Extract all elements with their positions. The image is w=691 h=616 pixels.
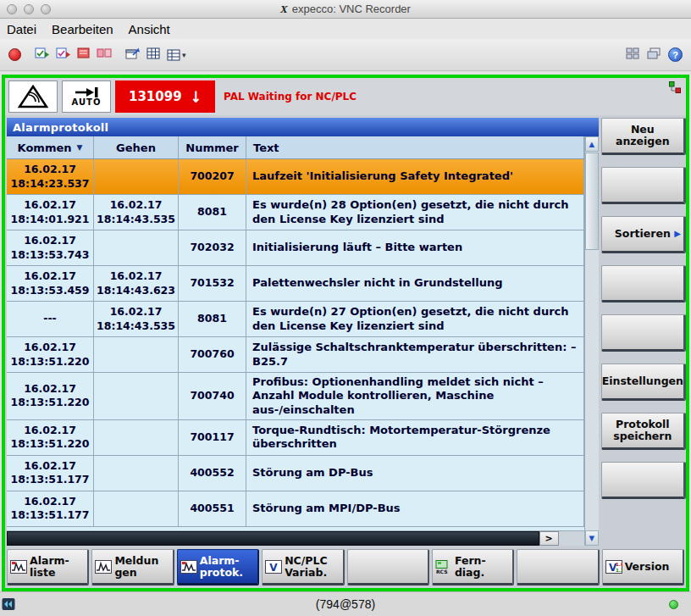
record-button[interactable] — [8, 48, 21, 61]
table-menu-icon[interactable]: ▾ — [167, 48, 186, 62]
cell-gehen — [94, 337, 179, 372]
softkey-right-6-einstellungen[interactable]: Einstellungen — [601, 363, 686, 401]
column-header-text[interactable]: Text — [246, 136, 584, 158]
menu-datei[interactable]: Datei — [7, 22, 36, 36]
hmi-header: AUTO 131099 ↓ PAL Waiting for NC/PLC — [5, 78, 686, 115]
cell-kommen: 16.02.1718:13:53.459 — [7, 266, 94, 301]
table-row[interactable]: 16.02.1718:13:53.45916.02.1718:14:43.623… — [7, 266, 584, 302]
table-row[interactable]: 16.02.1718:13:51.220700740Profibus: Opti… — [7, 373, 584, 420]
tab-meldun-gen[interactable]: Meldun gen — [91, 549, 174, 585]
version-icon: V1.01.2 — [605, 560, 622, 574]
record-step-icon[interactable] — [56, 47, 71, 64]
window-titlebar[interactable]: X expecco: VNC Recorder — [0, 0, 691, 19]
vertical-scrollbar[interactable]: ▲ ▼ — [584, 136, 599, 546]
cascade-windows-icon[interactable] — [647, 47, 661, 63]
cell-nummer: 700740 — [179, 373, 246, 419]
cell-text: Störung am MPI/DP-Bus — [246, 491, 584, 526]
cell-kommen: 16.02.1718:14:01.921 — [7, 195, 94, 230]
cell-nummer: 8081 — [179, 195, 246, 230]
softkey-right-8-blank[interactable] — [601, 462, 686, 499]
table-icon[interactable] — [146, 47, 161, 64]
cell-gehen — [94, 230, 179, 265]
scroll-up-icon[interactable]: ▲ — [585, 136, 599, 152]
cell-kommen: 16.02.1718:13:51.177 — [7, 456, 94, 491]
tab-alarm-liste[interactable]: Alarm- liste — [7, 549, 89, 585]
menu-bearbeiten[interactable]: Bearbeiten — [52, 22, 113, 36]
pointer-coordinates: (794@578) — [316, 597, 375, 611]
active-alarm-number[interactable]: 131099 ↓ — [115, 80, 215, 113]
softkey-right-3-sortieren[interactable]: Sortieren▶ — [601, 216, 686, 253]
statusbar: (794@578) — [0, 591, 691, 616]
horizontal-scrollbar-track[interactable] — [559, 531, 584, 546]
cell-nummer: 400552 — [179, 456, 246, 491]
window-title: X expecco: VNC Recorder — [0, 3, 691, 16]
cell-nummer: 702032 — [179, 230, 246, 265]
detach-window-icon[interactable] — [125, 47, 141, 64]
table-row[interactable]: ---16.02.1718:14:43.5358081Es wurde(n) 2… — [7, 302, 584, 337]
column-header-gehen[interactable]: Gehen — [94, 136, 179, 158]
table-row[interactable]: 16.02.1718:13:51.220700117Torque-Rundtis… — [7, 420, 584, 456]
table-row[interactable]: 16.02.1718:13:51.220700760Zulässige Scha… — [7, 337, 584, 373]
tab-version[interactable]: V1.01.2Version — [602, 549, 684, 585]
table-row[interactable]: 16.02.1718:13:53.743702032Initialisierun… — [7, 230, 584, 266]
menu-ansicht[interactable]: Ansicht — [129, 22, 170, 36]
alarm-list-icon — [10, 560, 27, 574]
cell-kommen: 16.02.1718:14:23.537 — [7, 159, 94, 194]
softkey-right-5-blank[interactable] — [601, 314, 686, 352]
hmi-screen: AUTO 131099 ↓ PAL Waiting for NC/PLC Ala… — [5, 78, 686, 588]
softkeys-right: Neu anzeigenSortieren▶EinstellungenProto… — [601, 118, 686, 546]
horizontal-scrollbar-thumb[interactable] — [7, 531, 539, 546]
record-marker-icon[interactable] — [77, 47, 91, 64]
tab-blank-7[interactable] — [517, 549, 599, 585]
tab-label: Version — [625, 561, 670, 573]
table-row[interactable]: 16.02.1718:13:51.177400551Störung am MPI… — [7, 491, 584, 527]
vnc-viewport: AUTO 131099 ↓ PAL Waiting for NC/PLC Ala… — [2, 75, 689, 591]
tab-blank-5[interactable] — [347, 549, 429, 585]
tab-label: Alarm- protok. — [200, 555, 243, 578]
column-header-nummer[interactable]: Nummer — [179, 136, 246, 158]
alarm-down-arrow-icon: ↓ — [191, 87, 202, 106]
cell-nummer: 700207 — [179, 159, 246, 194]
alarm-triangle-icon — [18, 84, 48, 109]
hmi-main: Alarmprotokoll Kommen ▼ Gehen Nummer Tex… — [5, 118, 686, 546]
tab-fern-diag[interactable]: RCSFern- diag. — [432, 549, 514, 585]
record-regions-icon[interactable] — [97, 47, 112, 64]
x11-icon: X — [280, 3, 288, 16]
help-icon[interactable]: ? — [668, 47, 683, 62]
mode-label: AUTO — [72, 98, 102, 107]
softkey-more-icon: ▶ — [674, 229, 681, 239]
softkey-right-4-blank[interactable] — [601, 265, 686, 302]
table-row[interactable]: 16.02.1718:13:51.177400552Störung am DP-… — [7, 456, 584, 491]
svg-text:RCS: RCS — [436, 568, 447, 574]
cell-text: Initialisierung läuft – Bitte warten — [246, 230, 584, 265]
vertical-scrollbar-track[interactable] — [585, 152, 599, 530]
cell-kommen: 16.02.1718:13:53.743 — [7, 230, 94, 265]
cell-text: Es wurde(n) 28 Option(en) gesetzt, die n… — [246, 195, 584, 230]
tab-nc-plc-variab[interactable]: VNC/PLC Variab. — [262, 549, 344, 585]
cell-text: Zulässige Schaltschranktemperatur übersc… — [246, 337, 584, 372]
dropdown-caret-icon: ▾ — [182, 51, 186, 59]
table-row[interactable]: 16.02.1718:14:01.92116.02.1718:14:43.535… — [7, 195, 584, 230]
table-row[interactable]: 16.02.1718:14:23.537700207Laufzeit 'Init… — [7, 159, 584, 195]
softkey-right-2-blank[interactable] — [601, 167, 686, 204]
column-header-kommen[interactable]: Kommen ▼ — [7, 136, 94, 158]
horizontal-scrollbar[interactable]: > — [7, 530, 584, 546]
tile-windows-icon[interactable] — [626, 47, 639, 63]
cell-nummer: 700117 — [179, 420, 246, 455]
cell-gehen — [94, 373, 179, 419]
vertical-scrollbar-thumb[interactable] — [585, 153, 599, 250]
svg-text:V: V — [269, 561, 278, 573]
cell-nummer: 701532 — [179, 266, 246, 301]
tab-alarm-protok[interactable]: Alarm- protok. — [177, 549, 259, 585]
softkey-right-7-protokoll-speichern[interactable]: Protokoll speichern — [601, 413, 686, 450]
softkey-label: Neu anzeigen — [616, 124, 670, 148]
scroll-down-icon[interactable]: ▼ — [585, 530, 599, 546]
softkey-right-1-neu-anzeigen[interactable]: Neu anzeigen — [601, 118, 686, 155]
softkeys-bottom: Alarm- listeMeldun genAlarm- protok.VNC/… — [5, 546, 686, 588]
record-options-icon[interactable] — [35, 47, 50, 64]
scroll-right-button[interactable]: > — [539, 531, 559, 546]
cell-gehen: 16.02.1718:14:43.535 — [94, 302, 179, 336]
alarm-table-body: 16.02.1718:14:23.537700207Laufzeit 'Init… — [7, 159, 584, 530]
remote-diag-icon: RCS — [435, 560, 452, 574]
softkey-label: Einstellungen — [602, 375, 683, 387]
